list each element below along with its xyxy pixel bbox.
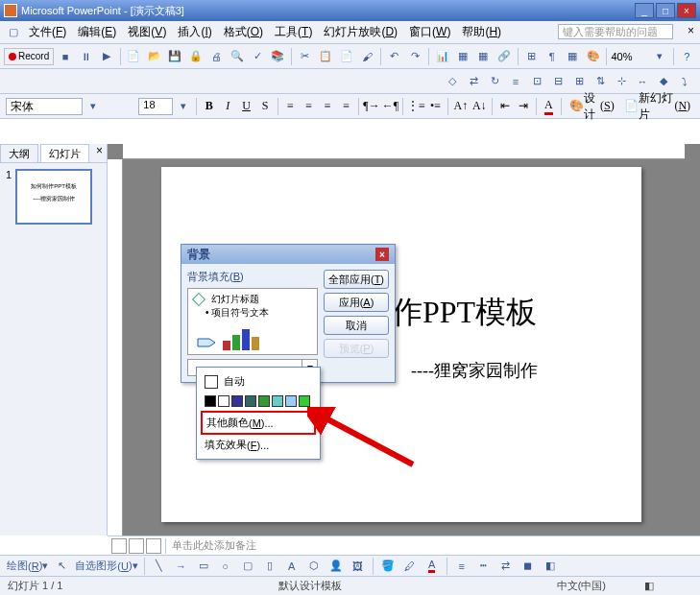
menu-format[interactable]: 格式(O): [218, 22, 269, 42]
tabs-close-icon[interactable]: ×: [92, 144, 107, 162]
align-icon[interactable]: ≡: [506, 72, 525, 91]
menu-slideshow[interactable]: 幻灯片放映(D): [318, 22, 403, 42]
textbox-icon[interactable]: ▢: [238, 557, 257, 576]
menu-file[interactable]: 文件(F): [23, 22, 72, 42]
open-icon[interactable]: 📂: [145, 47, 163, 66]
rotate-icon[interactable]: ↻: [485, 72, 504, 91]
new-slide-button[interactable]: 📄新幻灯片(N): [620, 97, 694, 116]
swatch-3[interactable]: [245, 395, 256, 407]
control-menu-icon[interactable]: ▢: [4, 23, 23, 42]
font-color2-icon[interactable]: A: [422, 557, 442, 576]
line-style-icon[interactable]: ≡: [452, 557, 471, 576]
dialog-close-icon[interactable]: ×: [375, 248, 389, 261]
decrease-font-icon[interactable]: A↓: [471, 97, 488, 116]
spell-icon[interactable]: ✓: [248, 47, 266, 66]
apply-all-button[interactable]: 全部应用(T): [324, 270, 389, 289]
design-button[interactable]: 🎨设计(S): [566, 97, 618, 116]
cut-icon[interactable]: ✂: [296, 47, 314, 66]
line-color-icon[interactable]: 🖊: [400, 557, 420, 576]
nudge-icon[interactable]: ↔: [633, 72, 652, 91]
font-dropdown-icon[interactable]: ▾: [84, 97, 102, 116]
diagram-icon[interactable]: ⬡: [304, 557, 324, 576]
menu-edit[interactable]: 编辑(E): [72, 22, 122, 42]
group-icon[interactable]: ⊡: [527, 72, 546, 91]
arrow-style-icon[interactable]: ⇄: [496, 557, 516, 576]
increase-font-icon[interactable]: A↑: [452, 97, 469, 116]
fill-effects-item[interactable]: 填充效果(F)...: [201, 435, 316, 455]
paste-icon[interactable]: 📄: [337, 47, 355, 66]
wordart-icon[interactable]: A: [282, 557, 302, 576]
rec-play-icon[interactable]: ▶: [97, 47, 115, 66]
help-search-box[interactable]: 键入需要帮助的问题: [558, 24, 673, 39]
underline-button[interactable]: U: [238, 97, 254, 116]
preview-button[interactable]: 预览(P): [324, 339, 389, 358]
zoom-combo[interactable]: 40%: [611, 51, 648, 62]
swatch-7[interactable]: [299, 395, 310, 407]
regroup-icon[interactable]: ⊞: [569, 72, 589, 91]
slide-title-text[interactable]: 作PPT模板: [392, 292, 537, 334]
help-icon[interactable]: ?: [678, 47, 696, 66]
minimize-button[interactable]: _: [635, 3, 654, 18]
clipart-icon[interactable]: 👤: [326, 557, 346, 576]
expand-icon[interactable]: ⊞: [522, 47, 541, 66]
tab-slides[interactable]: 幻灯片: [40, 144, 89, 162]
shapes-toolbar-icon[interactable]: ◇: [443, 72, 462, 91]
color-icon[interactable]: 🎨: [584, 47, 602, 66]
tab-outline[interactable]: 大纲: [0, 144, 38, 162]
menu-insert[interactable]: 插入(I): [172, 22, 217, 42]
bullets-icon[interactable]: •≡: [427, 97, 444, 116]
menu-help[interactable]: 帮助(H): [456, 22, 507, 42]
notes-placeholder[interactable]: 单击此处添加备注: [166, 538, 262, 553]
auto-color-item[interactable]: 自动: [201, 371, 316, 392]
autoshapes-menu[interactable]: 自选图形(U)▾: [74, 557, 138, 576]
table-icon[interactable]: ▦: [453, 47, 471, 66]
select-icon[interactable]: ↖: [52, 557, 71, 576]
sorter-view-icon[interactable]: [129, 538, 144, 554]
permission-icon[interactable]: 🔒: [186, 47, 205, 66]
research-icon[interactable]: 📚: [269, 47, 287, 66]
slide-subtitle-text[interactable]: ----狸窝家园制作: [411, 359, 538, 382]
menu-window[interactable]: 窗口(W): [403, 22, 456, 42]
redo-icon[interactable]: ↷: [405, 47, 423, 66]
shadow-button[interactable]: S: [256, 97, 273, 116]
chart-icon[interactable]: 📊: [433, 47, 451, 66]
hyperlink-icon[interactable]: 🔗: [495, 47, 513, 66]
picture-icon[interactable]: 🖼: [349, 557, 368, 576]
dash-style-icon[interactable]: ┅: [474, 557, 494, 576]
numbering-icon[interactable]: ⋮≡: [407, 97, 425, 116]
fill-color-icon[interactable]: 🪣: [378, 557, 398, 576]
swatch-5[interactable]: [272, 395, 283, 407]
size-dropdown-icon[interactable]: ▾: [175, 97, 192, 116]
rec-pause-icon[interactable]: ⏸: [77, 47, 95, 66]
copy-icon[interactable]: 📋: [317, 47, 335, 66]
ltr-icon[interactable]: ¶→: [363, 97, 379, 116]
arrow-icon[interactable]: →: [172, 557, 191, 576]
vtextbox-icon[interactable]: ▯: [260, 557, 279, 576]
swatch-1[interactable]: [218, 395, 229, 407]
edit-points-icon[interactable]: ◆: [654, 72, 673, 91]
font-size-combo[interactable]: 18: [138, 98, 173, 115]
align-left-icon[interactable]: ≡: [282, 97, 299, 116]
zoom-dropdown-icon[interactable]: ▾: [650, 47, 668, 66]
swatch-0[interactable]: [205, 395, 216, 407]
slideshow-view-icon[interactable]: [146, 538, 161, 554]
cancel-button[interactable]: 取消: [324, 316, 389, 335]
tables-borders-icon[interactable]: ▦: [474, 47, 493, 66]
doc-close-button[interactable]: ×: [688, 24, 694, 37]
draw-menu[interactable]: 绘图(R)▾: [6, 557, 49, 576]
bold-button[interactable]: B: [201, 97, 217, 116]
line-icon[interactable]: ╲: [150, 557, 169, 576]
swatch-6[interactable]: [285, 395, 297, 407]
show-format-icon[interactable]: ¶: [543, 47, 561, 66]
align-justify-icon[interactable]: ≡: [338, 97, 354, 116]
rtl-icon[interactable]: ←¶: [382, 97, 398, 116]
record-button[interactable]: Record: [4, 48, 54, 65]
italic-button[interactable]: I: [219, 97, 235, 116]
print-icon[interactable]: 🖨: [206, 47, 225, 66]
swatch-2[interactable]: [231, 395, 243, 407]
oval-icon[interactable]: ○: [216, 557, 235, 576]
font-name-combo[interactable]: 宋体: [6, 98, 83, 115]
rectangle-icon[interactable]: ▭: [194, 557, 213, 576]
menu-view[interactable]: 视图(V): [122, 22, 172, 42]
decrease-indent-icon[interactable]: ⇤: [496, 97, 513, 116]
